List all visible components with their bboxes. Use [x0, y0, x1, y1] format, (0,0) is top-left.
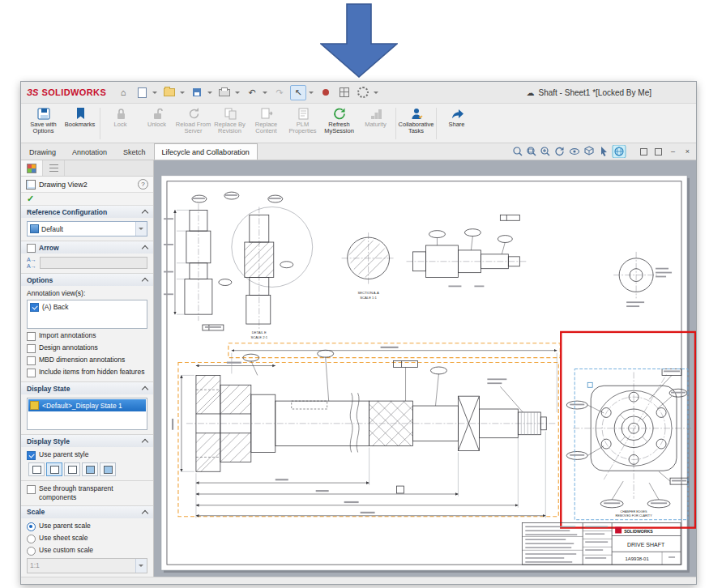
configuration-select[interactable]: Default: [27, 221, 147, 236]
scale-header[interactable]: Scale: [21, 506, 153, 518]
tab-drawing[interactable]: Drawing: [21, 143, 64, 160]
display-style-header[interactable]: Display Style: [21, 435, 153, 447]
ribbon-reload-from-server[interactable]: Reload From Server: [175, 104, 211, 143]
ok-check-icon[interactable]: ✓: [27, 194, 34, 203]
tab-feature-tree[interactable]: [43, 160, 65, 176]
select-arrow-icon[interactable]: [601, 147, 607, 156]
graphics-area[interactable]: SOLIDWORKS DRIVE SHAFT 1A9938-01 SECTION…: [154, 160, 696, 577]
help-icon[interactable]: ?: [138, 179, 148, 190]
ribbon-plm-properties[interactable]: PLM Properties: [284, 104, 321, 143]
save-icon[interactable]: [189, 85, 205, 100]
hidden-lines-visible-style-icon[interactable]: [46, 462, 62, 476]
ribbon-collaborative-tasks[interactable]: Collaborative Tasks: [398, 104, 434, 143]
tab-sketch[interactable]: Sketch: [115, 143, 154, 160]
3dexperience-icon[interactable]: [613, 145, 626, 158]
radio-use-custom-scale[interactable]: Use custom scale: [27, 546, 147, 556]
home-icon[interactable]: ⌂: [115, 85, 131, 100]
new-document-icon[interactable]: [134, 85, 150, 100]
tab-annotation[interactable]: Annotation: [64, 143, 115, 160]
shaded-with-edges-style-icon[interactable]: [82, 462, 98, 476]
ribbon-replace-content[interactable]: Replace Content: [248, 104, 284, 143]
minimize-icon[interactable]: –: [668, 147, 678, 157]
print-icon[interactable]: [216, 85, 233, 100]
ribbon-maturity[interactable]: Maturity: [357, 104, 394, 143]
panel-title-row: Drawing View2 ?: [21, 177, 153, 193]
radio-use-sheet-scale[interactable]: Use sheet scale: [27, 534, 147, 543]
undo-caret[interactable]: [263, 92, 267, 94]
checkbox-use-parent-style[interactable]: Use parent style: [27, 450, 147, 460]
ribbon-replace-by-revision[interactable]: Replace By Revision: [211, 104, 248, 143]
ribbon-unlock[interactable]: Unlock: [139, 104, 175, 143]
section-label: SECTION A-A: [357, 291, 379, 295]
checkbox-design-annotations[interactable]: Design annotations: [27, 343, 147, 353]
document-title: Shaft - Sheet1 *[Locked By Me]: [538, 88, 651, 97]
evaluate-icon[interactable]: [336, 85, 352, 100]
undo-icon[interactable]: ↶: [244, 85, 260, 100]
radio-use-parent-scale[interactable]: Use parent scale: [27, 522, 147, 531]
restore-icon[interactable]: [653, 147, 664, 157]
ribbon-save-with-options[interactable]: Save with Options: [25, 104, 62, 143]
arrow-checkbox[interactable]: [27, 244, 36, 253]
display-state-list[interactable]: <Default>_Display State 1: [27, 398, 147, 430]
drawing-canvas[interactable]: SOLIDWORKS DRIVE SHAFT 1A9938-01 SECTION…: [154, 160, 696, 577]
ribbon-share[interactable]: Share: [438, 104, 475, 143]
tab-property-manager[interactable]: [21, 160, 43, 176]
collapse-chevron-icon: [142, 278, 148, 284]
checkbox-mbd-dimension-annotations[interactable]: MBD dimension annotations: [27, 356, 147, 365]
reference-configuration-header[interactable]: Reference Configuration: [21, 206, 153, 218]
ribbon-refresh-mysession[interactable]: Refresh MySession: [321, 104, 357, 143]
rotate-view-icon[interactable]: [556, 147, 564, 156]
checkbox-include-hidden-items[interactable]: Include items from hidden features: [27, 368, 147, 377]
list-item-a-back[interactable]: (A) Back: [28, 301, 146, 313]
list-item-default-display-state[interactable]: <Default>_Display State 1: [28, 399, 146, 411]
checkbox-see-through-transparent[interactable]: See through transparent components: [27, 484, 147, 501]
rebuild-icon[interactable]: [318, 85, 334, 100]
arrow-label-field[interactable]: [40, 257, 147, 269]
a-back-checkbox[interactable]: [30, 303, 39, 312]
drawing-view-icon: [26, 180, 36, 190]
float-window-icon[interactable]: [639, 147, 649, 157]
drawing-sheet[interactable]: [161, 176, 687, 570]
open-caret[interactable]: [180, 92, 185, 94]
collaborative-tasks-icon: [409, 106, 424, 121]
display-state-header[interactable]: Display State: [21, 382, 153, 394]
shaded-style-icon[interactable]: [100, 462, 116, 476]
wireframe-style-icon[interactable]: [28, 462, 45, 476]
detail-label: DETAIL E: [252, 330, 267, 334]
collapse-chevron-icon: [142, 510, 148, 517]
ribbon-bookmarks[interactable]: Bookmarks: [62, 104, 98, 143]
options-header[interactable]: Options: [21, 274, 153, 286]
view-tools[interactable]: [512, 145, 634, 158]
panel-title: Drawing View2: [39, 181, 135, 189]
maturity-icon: [369, 106, 383, 121]
open-icon[interactable]: [161, 85, 177, 100]
new-document-caret[interactable]: [152, 92, 157, 94]
command-tab-bar: Drawing Annotation Sketch Lifecycle and …: [21, 143, 696, 160]
zoom-to-area-icon[interactable]: [527, 147, 536, 156]
print-caret[interactable]: [235, 92, 240, 94]
chamfer-note-line1: CHAMFER EDGES: [621, 510, 647, 513]
replace-content-icon: [259, 106, 274, 121]
view-orientation-icon[interactable]: [585, 147, 593, 155]
reload-icon: [186, 106, 201, 121]
save-caret[interactable]: [207, 92, 212, 94]
ribbon-lock[interactable]: Lock: [102, 104, 139, 143]
tab-lifecycle-and-collaboration[interactable]: Lifecycle and Collaboration: [154, 143, 258, 160]
annotation-views-list[interactable]: (A) Back: [27, 300, 147, 329]
redo-icon[interactable]: ↷: [271, 85, 288, 100]
options-caret[interactable]: [374, 92, 378, 94]
3ds-logo: ЗS: [27, 87, 38, 97]
close-icon[interactable]: ×: [682, 147, 693, 157]
options-gear-icon[interactable]: [355, 85, 371, 100]
hide-show-icon[interactable]: [570, 149, 579, 155]
feature-tree-icon: [49, 164, 58, 172]
zoom-to-fit-icon[interactable]: [514, 147, 522, 156]
checkbox-import-annotations[interactable]: Import annotations: [27, 331, 147, 341]
custom-scale-select[interactable]: 1:1: [27, 558, 147, 573]
hidden-lines-removed-style-icon[interactable]: [64, 462, 80, 476]
select-cursor-icon[interactable]: ↖: [290, 85, 306, 100]
cloud-document-icon: ☁: [526, 88, 534, 97]
arrow-header[interactable]: Arrow: [21, 241, 153, 254]
select-caret[interactable]: [309, 92, 314, 94]
zoom-in-out-icon[interactable]: [541, 147, 549, 156]
